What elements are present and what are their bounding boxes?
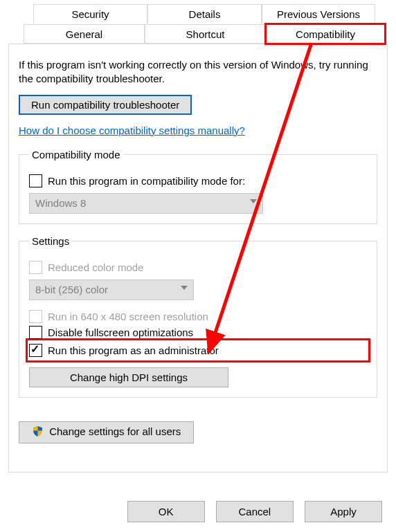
compat-mode-combo[interactable]: Windows 8 [29,193,263,214]
shield-icon [32,425,44,439]
apply-button[interactable]: Apply [305,501,382,522]
change-settings-all-users-label: Change settings for all users [49,425,181,437]
compat-mode-checkbox-label: Run this program in compatibility mode f… [48,175,245,187]
color-depth-combo-value: 8-bit (256) color [35,284,108,295]
settings-legend: Settings [29,235,72,247]
disable-fullscreen-label: Disable fullscreen optimizations [48,327,193,338]
compat-mode-checkbox[interactable] [29,174,42,187]
compatibility-mode-group: Compatibility mode Run this program in c… [19,149,377,224]
run-as-admin-checkbox[interactable] [29,344,42,357]
cancel-button[interactable]: Cancel [216,501,294,522]
tab-details[interactable]: Details [147,4,262,24]
disable-fullscreen-checkbox[interactable] [29,326,42,339]
run-troubleshooter-button[interactable]: Run compatibility troubleshooter [19,95,192,115]
tab-shortcut[interactable]: Shortcut [145,24,266,44]
color-depth-combo: 8-bit (256) color [29,279,194,300]
compat-mode-combo-value: Windows 8 [35,197,86,209]
intro-text: If this program isn't working correctly … [19,58,377,86]
tab-compatibility[interactable]: Compatibility [266,24,385,44]
run-as-admin-label: Run this program as an administrator [48,345,219,356]
run-640x480-label: Run in 640 x 480 screen resolution [48,311,208,322]
tab-previous-versions[interactable]: Previous Versions [262,4,375,24]
run-640x480-checkbox [29,310,42,323]
reduced-color-label: Reduced color mode [48,262,143,273]
manual-settings-link[interactable]: How do I choose compatibility settings m… [19,125,245,136]
settings-group: Settings Reduced color mode 8-bit (256) … [19,235,377,398]
compatibility-mode-legend: Compatibility mode [29,149,123,160]
tab-security[interactable]: Security [33,4,147,24]
change-settings-all-users-button[interactable]: Change settings for all users [19,421,194,443]
change-high-dpi-button[interactable]: Change high DPI settings [29,367,228,387]
chevron-down-icon [181,286,188,290]
chevron-down-icon [250,199,257,203]
ok-button[interactable]: OK [127,501,205,522]
tab-general[interactable]: General [24,24,145,44]
reduced-color-checkbox [29,261,42,274]
